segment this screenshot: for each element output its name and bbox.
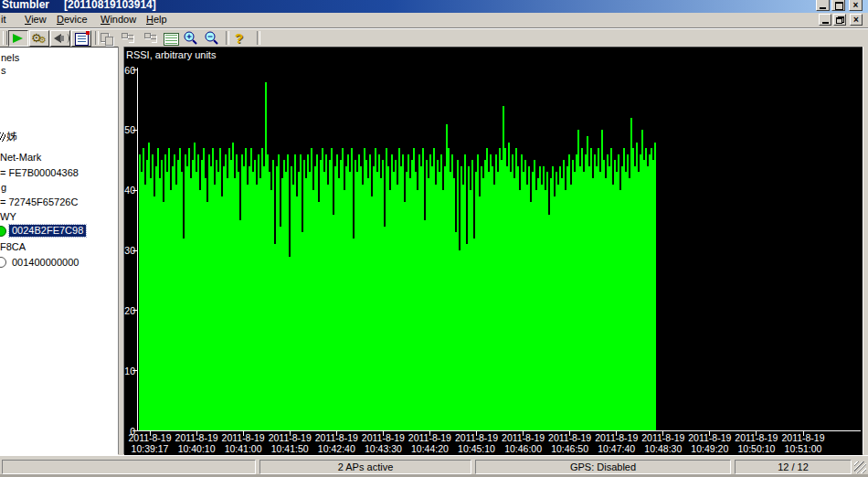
mdi-restore-icon xyxy=(836,16,844,24)
panel-splitter[interactable] xyxy=(118,47,124,454)
status-aps-active: 2 APs active xyxy=(259,460,471,474)
tree-item-ssid-cjk[interactable]: 姊 xyxy=(0,131,17,143)
svg-text:10:43:30: 10:43:30 xyxy=(365,443,402,454)
svg-text:10:50:10: 10:50:10 xyxy=(737,443,775,454)
svg-text:2011-8-19: 2011-8-19 xyxy=(641,432,684,443)
mdi-minimize-icon xyxy=(822,22,829,24)
tree-item-channels[interactable]: nels xyxy=(1,52,19,65)
status-panel-blank xyxy=(2,460,256,474)
svg-text:10:44:20: 10:44:20 xyxy=(411,443,449,454)
options-button[interactable]: ⚙⚙ xyxy=(29,30,49,47)
tree-item-ssid-g[interactable]: g xyxy=(1,182,6,195)
svg-text:40: 40 xyxy=(124,185,135,196)
window-title-app: Stumbler xyxy=(2,0,49,11)
scan-play-button[interactable] xyxy=(8,30,28,47)
close-button[interactable]: × xyxy=(849,0,863,11)
svg-text:50: 50 xyxy=(124,124,135,135)
svg-text:2011-8-19: 2011-8-19 xyxy=(315,432,358,443)
svg-text:2011-8-19: 2011-8-19 xyxy=(175,432,218,443)
mdi-minimize-button[interactable] xyxy=(819,14,831,26)
svg-text:2011-8-19: 2011-8-19 xyxy=(455,432,498,443)
ap-inactive-icon xyxy=(0,257,6,268)
minimize-button[interactable] xyxy=(816,0,830,11)
menu-help[interactable]: Help xyxy=(146,14,167,25)
svg-text:10:46:00: 10:46:00 xyxy=(504,443,542,454)
window-title-doc: [20110819103914] xyxy=(64,0,156,11)
play-icon xyxy=(13,34,23,43)
toolbar: ⚙⚙ ? xyxy=(0,28,868,48)
svg-text:10:48:30: 10:48:30 xyxy=(644,443,682,454)
close-icon: × xyxy=(850,0,862,10)
minimize-icon xyxy=(820,7,826,9)
clipped-glyph xyxy=(0,132,5,142)
svg-text:2011-8-19: 2011-8-19 xyxy=(128,432,171,443)
resize-grip[interactable] xyxy=(854,461,866,473)
svg-text:20: 20 xyxy=(124,305,135,316)
network-tree-panel: nels s 姊 Net-Mark = FE7B00004368 g = 727… xyxy=(0,47,118,455)
svg-text:2011-8-19: 2011-8-19 xyxy=(688,432,731,443)
maximize-button[interactable] xyxy=(831,0,845,11)
mdi-close-icon: × xyxy=(851,15,862,25)
svg-text:10: 10 xyxy=(124,366,135,376)
menu-device[interactable]: Device xyxy=(57,14,88,25)
svg-text:2011-8-19: 2011-8-19 xyxy=(548,432,591,443)
list-view-icon xyxy=(164,33,179,46)
window-title: Stumbler[20110819103914] xyxy=(2,0,156,11)
svg-text:10:46:50: 10:46:50 xyxy=(551,443,588,454)
toolbar-gripper[interactable] xyxy=(3,31,7,45)
svg-text:2011-8-19: 2011-8-19 xyxy=(269,432,312,443)
svg-text:2011-8-19: 2011-8-19 xyxy=(222,432,265,443)
svg-text:10:49:20: 10:49:20 xyxy=(691,443,728,454)
menu-window[interactable]: Window xyxy=(101,14,136,25)
tree-item-mac-7274[interactable]: = 72745F65726C xyxy=(0,196,78,209)
menu-view[interactable]: View xyxy=(25,14,47,25)
rssi-chart-panel: 60504030201002011-8-1910:39:172011-8-191… xyxy=(124,47,863,455)
expand-tree-button xyxy=(140,30,160,47)
svg-text:2011-8-19: 2011-8-19 xyxy=(502,432,545,443)
ap-active-icon xyxy=(0,226,6,237)
properties-icon xyxy=(75,33,89,46)
svg-text:10:40:10: 10:40:10 xyxy=(178,443,216,454)
netstumbler-window: Stumbler[20110819103914] × it View Devic… xyxy=(0,0,868,477)
tree-item-ssid-wy[interactable]: WY xyxy=(0,211,16,224)
menu-bar: it View Device Window Help × xyxy=(0,13,868,28)
properties-button[interactable] xyxy=(71,30,91,47)
arrange-windows-button xyxy=(98,30,118,47)
menu-edit[interactable]: it xyxy=(1,14,6,25)
maximize-icon xyxy=(835,2,843,10)
svg-text:10:45:10: 10:45:10 xyxy=(458,443,495,454)
rssi-chart: 60504030201002011-8-1910:39:172011-8-191… xyxy=(124,48,863,455)
zoom-in-button[interactable] xyxy=(182,30,202,47)
tree-item-ssids[interactable]: s xyxy=(1,65,6,78)
tree-item-net-mark[interactable]: Net-Mark xyxy=(0,152,41,164)
collapse-tree-button xyxy=(119,30,139,47)
help-button[interactable]: ? xyxy=(229,30,249,47)
svg-text:2011-8-19: 2011-8-19 xyxy=(408,432,451,443)
svg-text:30: 30 xyxy=(124,245,135,256)
options-gears-icon: ⚙⚙ xyxy=(31,31,42,45)
svg-text:2011-8-19: 2011-8-19 xyxy=(781,432,824,443)
svg-text:10:41:00: 10:41:00 xyxy=(225,443,262,454)
zoom-in-icon xyxy=(182,30,200,46)
svg-text:10:39:17: 10:39:17 xyxy=(132,443,169,454)
window-right-border xyxy=(863,47,868,454)
tree-item-mac-f8ca[interactable]: F8CA xyxy=(0,241,26,254)
mdi-close-button[interactable]: × xyxy=(850,14,863,26)
toolbar-separator xyxy=(257,31,260,45)
svg-text:10:51:00: 10:51:00 xyxy=(785,443,822,454)
zoom-out-icon xyxy=(203,30,221,46)
svg-text:2011-8-19: 2011-8-19 xyxy=(595,432,638,443)
svg-text:RSSI, arbitrary units: RSSI, arbitrary units xyxy=(126,49,217,60)
status-page-indicator: 12 / 12 xyxy=(735,460,852,474)
list-view-button[interactable] xyxy=(161,30,181,47)
tree-item-mac-fe7b[interactable]: = FE7B00004368 xyxy=(0,167,79,180)
svg-text:10:42:40: 10:42:40 xyxy=(318,443,355,454)
zoom-out-button[interactable] xyxy=(203,30,223,47)
status-gps: GPS: Disabled xyxy=(475,460,731,474)
sound-button[interactable] xyxy=(50,30,70,47)
mdi-restore-button[interactable] xyxy=(833,14,846,26)
svg-text:2011-8-19: 2011-8-19 xyxy=(735,432,778,443)
title-bar: Stumbler[20110819103914] × xyxy=(0,0,868,13)
help-icon: ? xyxy=(235,30,243,46)
svg-text:10:47:40: 10:47:40 xyxy=(598,443,635,454)
